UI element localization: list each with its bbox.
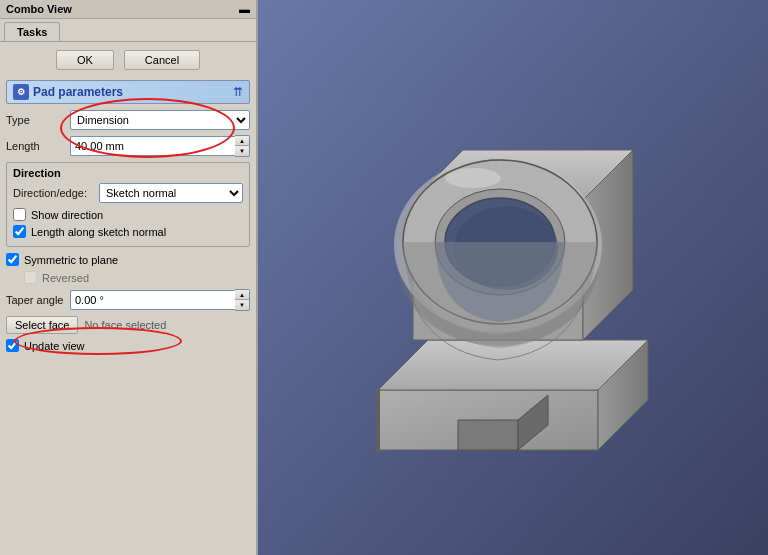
section-header-left: ⚙ Pad parameters (13, 84, 123, 100)
minimize-icon[interactable]: ▬ (239, 3, 250, 15)
length-spinners: ▲ ▼ (235, 135, 250, 157)
face-status: No face selected (84, 319, 166, 331)
select-face-row: Select face No face selected (6, 316, 250, 334)
tab-tasks[interactable]: Tasks (4, 22, 60, 41)
direction-group: Direction Direction/edge: Sketch normal … (6, 162, 250, 247)
svg-point-20 (445, 168, 501, 188)
update-view-row: Update view (6, 339, 250, 352)
symmetric-checkbox[interactable] (6, 253, 19, 266)
symmetric-area: Symmetric to plane (6, 253, 250, 266)
type-label: Type (6, 114, 64, 126)
section-title: Pad parameters (33, 85, 123, 99)
direction-edge-label: Direction/edge: (13, 187, 93, 199)
show-direction-label[interactable]: Show direction (31, 209, 103, 221)
select-face-button[interactable]: Select face (6, 316, 78, 334)
tabs-bar: Tasks (0, 19, 256, 42)
length-spin-down[interactable]: ▼ (235, 146, 249, 156)
section-header: ⚙ Pad parameters ⇈ (6, 80, 250, 104)
reversed-checkbox-row: Reversed (24, 271, 250, 284)
reversed-checkbox[interactable] (24, 271, 37, 284)
taper-spin-up[interactable]: ▲ (235, 290, 249, 300)
update-view-checkbox[interactable] (6, 339, 19, 352)
3d-view (258, 0, 768, 555)
reversed-label: Reversed (42, 272, 89, 284)
length-row: Length ▲ ▼ (6, 135, 250, 157)
taper-label: Taper angle (6, 294, 64, 306)
length-along-row: Length along sketch normal (13, 225, 243, 238)
symmetric-row: Symmetric to plane (6, 253, 250, 266)
taper-row: Taper angle ▲ ▼ (6, 289, 250, 311)
length-along-checkbox[interactable] (13, 225, 26, 238)
svg-marker-4 (458, 420, 518, 450)
viewport (258, 0, 768, 555)
direction-edge-row: Direction/edge: Sketch normal (13, 183, 243, 203)
show-direction-row: Show direction (13, 208, 243, 221)
length-label: Length (6, 140, 64, 152)
length-input[interactable] (70, 136, 235, 156)
type-row: Type Dimension Through All To Last Two D… (6, 110, 250, 130)
length-along-label[interactable]: Length along sketch normal (31, 226, 166, 238)
content-area: OK Cancel ⚙ Pad parameters ⇈ Type Dimens… (0, 42, 256, 555)
taper-spin-down[interactable]: ▼ (235, 300, 249, 310)
btn-row: OK Cancel (6, 50, 250, 70)
pad-icon: ⚙ (13, 84, 29, 100)
taper-input-spinner: ▲ ▼ (70, 289, 250, 311)
taper-spinners: ▲ ▼ (235, 289, 250, 311)
cancel-button[interactable]: Cancel (124, 50, 200, 70)
title-bar: Combo View ▬ (0, 0, 256, 19)
left-panel: Combo View ▬ Tasks OK Cancel ⚙ Pad (0, 0, 258, 555)
update-view-label[interactable]: Update view (24, 340, 85, 352)
reversed-row: Reversed (24, 271, 250, 284)
collapse-icon[interactable]: ⇈ (233, 85, 243, 99)
symmetric-label[interactable]: Symmetric to plane (24, 254, 118, 266)
type-select[interactable]: Dimension Through All To Last Two Dimens… (70, 110, 250, 130)
length-input-spinner: ▲ ▼ (70, 135, 250, 157)
direction-group-label: Direction (13, 167, 243, 179)
ok-button[interactable]: OK (56, 50, 114, 70)
svg-marker-19 (376, 388, 380, 452)
direction-edge-select[interactable]: Sketch normal (99, 183, 243, 203)
taper-input[interactable] (70, 290, 235, 310)
length-spin-up[interactable]: ▲ (235, 136, 249, 146)
window-title: Combo View (6, 3, 72, 15)
show-direction-checkbox[interactable] (13, 208, 26, 221)
